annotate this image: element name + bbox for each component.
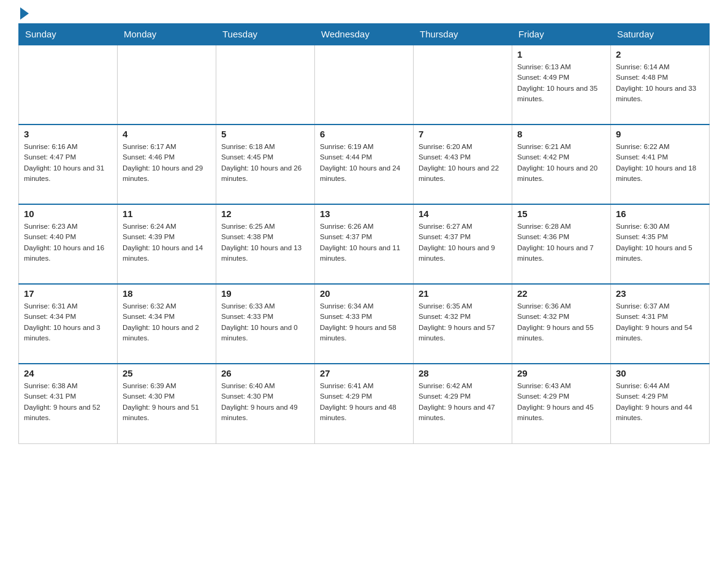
day-info: Sunrise: 6:31 AMSunset: 4:34 PMDaylight:… bbox=[24, 301, 112, 343]
day-info: Sunrise: 6:24 AMSunset: 4:39 PMDaylight:… bbox=[123, 221, 211, 264]
day-number: 23 bbox=[616, 288, 704, 299]
calendar-week-row: 1Sunrise: 6:13 AMSunset: 4:49 PMDaylight… bbox=[19, 45, 710, 124]
calendar-day-cell: 4Sunrise: 6:17 AMSunset: 4:46 PMDaylight… bbox=[118, 124, 216, 204]
calendar-week-row: 10Sunrise: 6:23 AMSunset: 4:40 PMDayligh… bbox=[19, 204, 710, 284]
calendar-day-cell: 6Sunrise: 6:19 AMSunset: 4:44 PMDaylight… bbox=[315, 124, 414, 204]
day-number: 11 bbox=[123, 209, 211, 219]
day-of-week-header: Thursday bbox=[414, 24, 512, 45]
day-number: 10 bbox=[24, 209, 112, 219]
day-of-week-header: Tuesday bbox=[216, 24, 315, 45]
day-info: Sunrise: 6:33 AMSunset: 4:33 PMDaylight:… bbox=[221, 301, 309, 343]
calendar-day-cell: 1Sunrise: 6:13 AMSunset: 4:49 PMDaylight… bbox=[512, 45, 611, 124]
day-number: 17 bbox=[24, 288, 112, 299]
calendar-week-row: 24Sunrise: 6:38 AMSunset: 4:31 PMDayligh… bbox=[19, 364, 710, 443]
day-info: Sunrise: 6:23 AMSunset: 4:40 PMDaylight:… bbox=[24, 221, 112, 264]
calendar-day-cell: 19Sunrise: 6:33 AMSunset: 4:33 PMDayligh… bbox=[216, 284, 315, 364]
day-info: Sunrise: 6:40 AMSunset: 4:30 PMDaylight:… bbox=[221, 381, 309, 423]
day-number: 8 bbox=[517, 129, 605, 139]
day-number: 27 bbox=[320, 368, 408, 378]
day-info: Sunrise: 6:32 AMSunset: 4:34 PMDaylight:… bbox=[123, 301, 211, 343]
day-number: 15 bbox=[517, 209, 605, 219]
calendar-day-cell: 7Sunrise: 6:20 AMSunset: 4:43 PMDaylight… bbox=[414, 124, 512, 204]
day-number: 29 bbox=[517, 368, 605, 378]
day-info: Sunrise: 6:27 AMSunset: 4:37 PMDaylight:… bbox=[419, 221, 507, 264]
day-number: 24 bbox=[24, 368, 112, 378]
calendar-day-cell: 2Sunrise: 6:14 AMSunset: 4:48 PMDaylight… bbox=[611, 45, 710, 124]
calendar-day-cell: 14Sunrise: 6:27 AMSunset: 4:37 PMDayligh… bbox=[414, 204, 512, 284]
calendar-day-cell: 22Sunrise: 6:36 AMSunset: 4:32 PMDayligh… bbox=[512, 284, 611, 364]
calendar-day-cell: 10Sunrise: 6:23 AMSunset: 4:40 PMDayligh… bbox=[19, 204, 118, 284]
day-of-week-header: Wednesday bbox=[315, 24, 414, 45]
calendar-day-cell bbox=[19, 45, 118, 124]
day-number: 20 bbox=[320, 288, 408, 299]
day-info: Sunrise: 6:26 AMSunset: 4:37 PMDaylight:… bbox=[320, 221, 408, 264]
day-info: Sunrise: 6:21 AMSunset: 4:42 PMDaylight:… bbox=[517, 142, 605, 184]
day-info: Sunrise: 6:44 AMSunset: 4:29 PMDaylight:… bbox=[616, 381, 704, 423]
day-info: Sunrise: 6:41 AMSunset: 4:29 PMDaylight:… bbox=[320, 381, 408, 423]
page-header bbox=[18, 12, 710, 17]
day-info: Sunrise: 6:38 AMSunset: 4:31 PMDaylight:… bbox=[24, 381, 112, 423]
day-info: Sunrise: 6:28 AMSunset: 4:36 PMDaylight:… bbox=[517, 221, 605, 264]
day-number: 5 bbox=[221, 129, 309, 139]
calendar-day-cell: 13Sunrise: 6:26 AMSunset: 4:37 PMDayligh… bbox=[315, 204, 414, 284]
day-info: Sunrise: 6:39 AMSunset: 4:30 PMDaylight:… bbox=[123, 381, 211, 423]
day-number: 4 bbox=[123, 129, 211, 139]
day-number: 22 bbox=[517, 288, 605, 299]
calendar-day-cell: 28Sunrise: 6:42 AMSunset: 4:29 PMDayligh… bbox=[414, 364, 512, 443]
day-number: 28 bbox=[419, 368, 507, 378]
calendar-day-cell bbox=[414, 45, 512, 124]
calendar-day-cell: 17Sunrise: 6:31 AMSunset: 4:34 PMDayligh… bbox=[19, 284, 118, 364]
calendar-week-row: 17Sunrise: 6:31 AMSunset: 4:34 PMDayligh… bbox=[19, 284, 710, 364]
calendar-day-cell: 26Sunrise: 6:40 AMSunset: 4:30 PMDayligh… bbox=[216, 364, 315, 443]
calendar-day-cell: 12Sunrise: 6:25 AMSunset: 4:38 PMDayligh… bbox=[216, 204, 315, 284]
day-number: 13 bbox=[320, 209, 408, 219]
day-info: Sunrise: 6:14 AMSunset: 4:48 PMDaylight:… bbox=[616, 62, 704, 104]
day-info: Sunrise: 6:16 AMSunset: 4:47 PMDaylight:… bbox=[24, 142, 112, 184]
day-number: 12 bbox=[221, 209, 309, 219]
day-info: Sunrise: 6:13 AMSunset: 4:49 PMDaylight:… bbox=[517, 62, 605, 104]
calendar-day-cell: 30Sunrise: 6:44 AMSunset: 4:29 PMDayligh… bbox=[611, 364, 710, 443]
day-of-week-header: Saturday bbox=[611, 24, 710, 45]
day-number: 16 bbox=[616, 209, 704, 219]
calendar-day-cell: 9Sunrise: 6:22 AMSunset: 4:41 PMDaylight… bbox=[611, 124, 710, 204]
calendar-header-row: SundayMondayTuesdayWednesdayThursdayFrid… bbox=[19, 24, 710, 45]
calendar-day-cell: 15Sunrise: 6:28 AMSunset: 4:36 PMDayligh… bbox=[512, 204, 611, 284]
calendar-day-cell: 8Sunrise: 6:21 AMSunset: 4:42 PMDaylight… bbox=[512, 124, 611, 204]
day-number: 9 bbox=[616, 129, 704, 139]
day-number: 7 bbox=[419, 129, 507, 139]
day-info: Sunrise: 6:30 AMSunset: 4:35 PMDaylight:… bbox=[616, 221, 704, 264]
calendar-table: SundayMondayTuesdayWednesdayThursdayFrid… bbox=[18, 23, 710, 444]
calendar-day-cell: 27Sunrise: 6:41 AMSunset: 4:29 PMDayligh… bbox=[315, 364, 414, 443]
logo-arrow-icon bbox=[20, 7, 29, 20]
day-number: 3 bbox=[24, 129, 112, 139]
day-number: 19 bbox=[221, 288, 309, 299]
day-of-week-header: Monday bbox=[118, 24, 216, 45]
day-info: Sunrise: 6:25 AMSunset: 4:38 PMDaylight:… bbox=[221, 221, 309, 264]
day-number: 25 bbox=[123, 368, 211, 378]
day-info: Sunrise: 6:34 AMSunset: 4:33 PMDaylight:… bbox=[320, 301, 408, 343]
day-info: Sunrise: 6:35 AMSunset: 4:32 PMDaylight:… bbox=[419, 301, 507, 343]
day-info: Sunrise: 6:20 AMSunset: 4:43 PMDaylight:… bbox=[419, 142, 507, 184]
day-number: 1 bbox=[517, 49, 605, 59]
calendar-week-row: 3Sunrise: 6:16 AMSunset: 4:47 PMDaylight… bbox=[19, 124, 710, 204]
calendar-day-cell: 24Sunrise: 6:38 AMSunset: 4:31 PMDayligh… bbox=[19, 364, 118, 443]
calendar-day-cell: 3Sunrise: 6:16 AMSunset: 4:47 PMDaylight… bbox=[19, 124, 118, 204]
day-info: Sunrise: 6:19 AMSunset: 4:44 PMDaylight:… bbox=[320, 142, 408, 184]
calendar-day-cell: 5Sunrise: 6:18 AMSunset: 4:45 PMDaylight… bbox=[216, 124, 315, 204]
day-number: 6 bbox=[320, 129, 408, 139]
calendar-day-cell bbox=[216, 45, 315, 124]
day-info: Sunrise: 6:36 AMSunset: 4:32 PMDaylight:… bbox=[517, 301, 605, 343]
day-number: 21 bbox=[419, 288, 507, 299]
day-info: Sunrise: 6:37 AMSunset: 4:31 PMDaylight:… bbox=[616, 301, 704, 343]
calendar-day-cell bbox=[118, 45, 216, 124]
calendar-day-cell: 29Sunrise: 6:43 AMSunset: 4:29 PMDayligh… bbox=[512, 364, 611, 443]
calendar-day-cell: 16Sunrise: 6:30 AMSunset: 4:35 PMDayligh… bbox=[611, 204, 710, 284]
calendar-day-cell: 11Sunrise: 6:24 AMSunset: 4:39 PMDayligh… bbox=[118, 204, 216, 284]
day-info: Sunrise: 6:43 AMSunset: 4:29 PMDaylight:… bbox=[517, 381, 605, 423]
day-number: 14 bbox=[419, 209, 507, 219]
day-info: Sunrise: 6:22 AMSunset: 4:41 PMDaylight:… bbox=[616, 142, 704, 184]
calendar-day-cell: 25Sunrise: 6:39 AMSunset: 4:30 PMDayligh… bbox=[118, 364, 216, 443]
day-info: Sunrise: 6:42 AMSunset: 4:29 PMDaylight:… bbox=[419, 381, 507, 423]
calendar-day-cell: 21Sunrise: 6:35 AMSunset: 4:32 PMDayligh… bbox=[414, 284, 512, 364]
day-number: 30 bbox=[616, 368, 704, 378]
